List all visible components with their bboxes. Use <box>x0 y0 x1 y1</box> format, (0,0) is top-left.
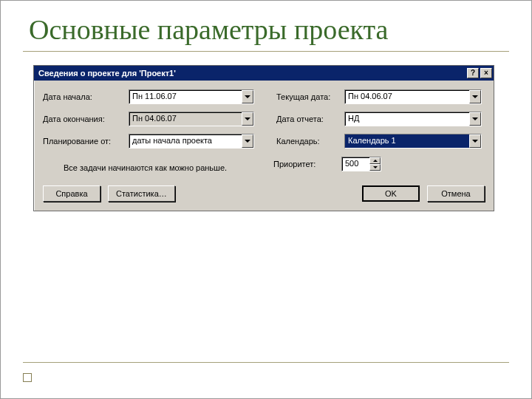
chevron-down-icon <box>242 112 253 126</box>
footer-divider <box>23 362 509 363</box>
current-date-value: Пн 04.06.07 <box>345 90 469 103</box>
priority-value: 500 <box>342 157 369 171</box>
label-end-date: Дата окончания: <box>43 115 129 123</box>
stats-button[interactable]: Статистика… <box>108 185 175 202</box>
label-calendar: Календарь: <box>276 137 344 146</box>
project-info-dialog: Сведения о проекте для 'Проект1' ? × Дат… <box>33 65 494 211</box>
dialog-title: Сведения о проекте для 'Проект1' <box>38 69 466 78</box>
label-report-date: Дата отчета: <box>276 115 344 123</box>
priority-stepper[interactable]: 500 <box>341 157 381 171</box>
chevron-down-icon[interactable] <box>469 112 481 126</box>
label-plan-from: Планирование от: <box>43 137 129 146</box>
plan-from-field[interactable]: даты начала проекта <box>129 134 254 149</box>
end-date-value: Пн 04.06.07 <box>129 112 242 126</box>
dialog-body: Дата начала: Пн 11.06.07 Текущая дата: П… <box>34 81 494 211</box>
report-date-field[interactable]: НД <box>344 112 482 126</box>
chevron-down-icon[interactable] <box>242 90 253 103</box>
calendar-value: Календарь 1 <box>345 134 469 148</box>
dialog-titlebar: Сведения о проекте для 'Проект1' ? × <box>34 66 494 81</box>
slide: Основные параметры проекта Сведения о пр… <box>0 0 532 399</box>
spin-down-icon[interactable] <box>369 164 381 171</box>
start-date-field[interactable]: Пн 11.06.07 <box>129 89 254 104</box>
chevron-down-icon[interactable] <box>469 134 481 148</box>
label-priority: Приоритет: <box>273 160 341 168</box>
cancel-button[interactable]: Отмена <box>427 185 485 202</box>
slide-title: Основные параметры проекта <box>29 14 509 47</box>
report-date-value: НД <box>345 112 469 126</box>
help-button[interactable]: Справка <box>43 185 100 202</box>
calendar-field[interactable]: Календарь 1 <box>344 134 482 149</box>
ok-button[interactable]: OK <box>362 185 420 202</box>
start-date-value: Пн 11.06.07 <box>129 90 242 103</box>
spin-up-icon[interactable] <box>369 157 381 164</box>
title-divider <box>23 51 509 52</box>
help-icon[interactable]: ? <box>467 68 479 78</box>
chevron-down-icon[interactable] <box>469 90 481 103</box>
current-date-field[interactable]: Пн 04.06.07 <box>344 89 482 104</box>
footer-marker <box>23 373 32 382</box>
end-date-field: Пн 04.06.07 <box>129 112 254 126</box>
close-icon[interactable]: × <box>480 68 492 78</box>
chevron-down-icon[interactable] <box>242 134 253 148</box>
note-text: Все задачи начинаются как можно раньше. <box>64 163 273 172</box>
plan-from-value: даты начала проекта <box>129 134 242 148</box>
label-start-date: Дата начала: <box>43 92 129 101</box>
label-current-date: Текущая дата: <box>276 92 344 101</box>
